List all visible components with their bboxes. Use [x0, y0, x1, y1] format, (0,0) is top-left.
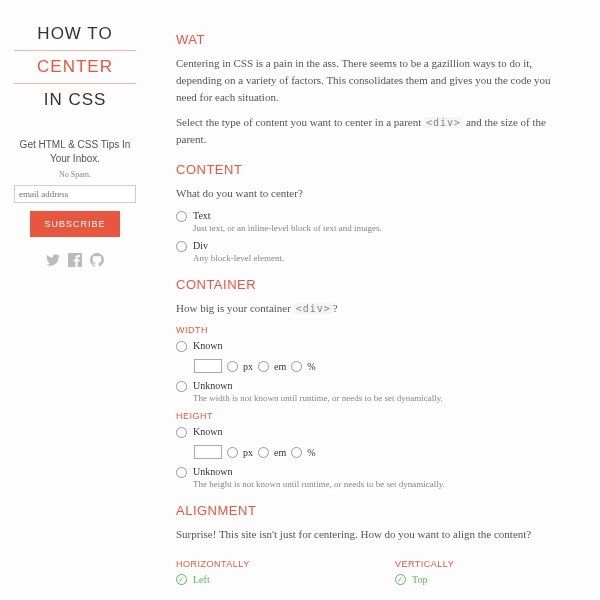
option-label: Left: [193, 574, 210, 585]
container-heading: CONTAINER: [176, 277, 574, 292]
horizontal-heading: HORIZONTALLY: [176, 559, 355, 569]
sidebar: HOW TO CENTER IN CSS Get HTML & CSS Tips…: [0, 0, 150, 592]
radio-icon[interactable]: [176, 341, 187, 352]
check-icon[interactable]: ✓: [395, 574, 406, 585]
option-left[interactable]: ✓ Left: [176, 574, 355, 585]
width-units: px em %: [194, 359, 574, 373]
width-heading: WIDTH: [176, 325, 574, 335]
option-label: Text: [193, 210, 382, 221]
option-label: Top: [412, 574, 427, 585]
main-content: WAT Centering in CSS is a pain in the as…: [150, 0, 600, 592]
height-heading: HEIGHT: [176, 411, 574, 421]
option-hint: The width is not known until runtime, or…: [193, 393, 443, 403]
alignment-intro: Surprise! This site isn't just for cente…: [176, 526, 574, 543]
height-units: px em %: [194, 445, 574, 459]
site-logo: HOW TO CENTER IN CSS: [14, 18, 136, 116]
option-label: Known: [193, 426, 222, 437]
unit-em: em: [274, 447, 286, 458]
option-top[interactable]: ✓ Top: [395, 574, 574, 585]
unit-em: em: [274, 361, 286, 372]
radio-icon[interactable]: [176, 427, 187, 438]
radio-icon[interactable]: [176, 241, 187, 252]
twitter-icon[interactable]: [46, 253, 60, 269]
option-text[interactable]: Text Just text, or an inline-level block…: [176, 210, 574, 233]
radio-icon[interactable]: [176, 381, 187, 392]
option-label: Div: [193, 240, 284, 251]
wat-intro: Centering in CSS is a pain in the ass. T…: [176, 55, 574, 106]
logo-line-2: CENTER: [14, 50, 136, 84]
nospam-text: No Spam.: [14, 170, 136, 179]
option-hint: Just text, or an inline-level block of t…: [193, 223, 382, 233]
width-input[interactable]: [194, 359, 222, 373]
tips-text: Get HTML & CSS Tips In Your Inbox.: [14, 138, 136, 166]
content-heading: CONTENT: [176, 162, 574, 177]
wat-heading: WAT: [176, 32, 574, 47]
option-width-known[interactable]: Known: [176, 340, 574, 352]
vertical-heading: VERTICALLY: [395, 559, 574, 569]
container-question: How big is your container <div>?: [176, 300, 574, 317]
github-icon[interactable]: [90, 253, 104, 269]
social-links: [14, 253, 136, 269]
radio-icon[interactable]: [291, 361, 302, 372]
radio-icon[interactable]: [258, 361, 269, 372]
unit-pct: %: [307, 447, 315, 458]
option-label: Unknown: [193, 380, 443, 391]
option-height-unknown[interactable]: Unknown The height is not known until ru…: [176, 466, 574, 489]
height-input[interactable]: [194, 445, 222, 459]
logo-line-1: HOW TO: [14, 18, 136, 50]
radio-icon[interactable]: [176, 467, 187, 478]
logo-line-3: IN CSS: [14, 84, 136, 116]
horizontal-column: HORIZONTALLY ✓ Left: [176, 551, 355, 592]
option-div[interactable]: Div Any block-level element.: [176, 240, 574, 263]
vertical-column: VERTICALLY ✓ Top: [395, 551, 574, 592]
radio-icon[interactable]: [227, 447, 238, 458]
unit-px: px: [243, 361, 253, 372]
email-field[interactable]: [14, 185, 136, 203]
subscribe-button[interactable]: SUBSCRIBE: [30, 211, 119, 237]
unit-pct: %: [307, 361, 315, 372]
option-label: Unknown: [193, 466, 445, 477]
wat-instruction: Select the type of content you want to c…: [176, 114, 574, 148]
radio-icon[interactable]: [176, 211, 187, 222]
unit-px: px: [243, 447, 253, 458]
code-div: <div>: [294, 303, 333, 314]
radio-icon[interactable]: [291, 447, 302, 458]
radio-icon[interactable]: [258, 447, 269, 458]
radio-icon[interactable]: [227, 361, 238, 372]
option-width-unknown[interactable]: Unknown The width is not known until run…: [176, 380, 574, 403]
facebook-icon[interactable]: [68, 253, 82, 269]
check-icon[interactable]: ✓: [176, 574, 187, 585]
option-label: Known: [193, 340, 222, 351]
code-div: <div>: [424, 117, 463, 128]
option-height-known[interactable]: Known: [176, 426, 574, 438]
option-hint: The height is not known until runtime, o…: [193, 479, 445, 489]
alignment-heading: ALIGNMENT: [176, 503, 574, 518]
option-hint: Any block-level element.: [193, 253, 284, 263]
content-question: What do you want to center?: [176, 185, 574, 202]
